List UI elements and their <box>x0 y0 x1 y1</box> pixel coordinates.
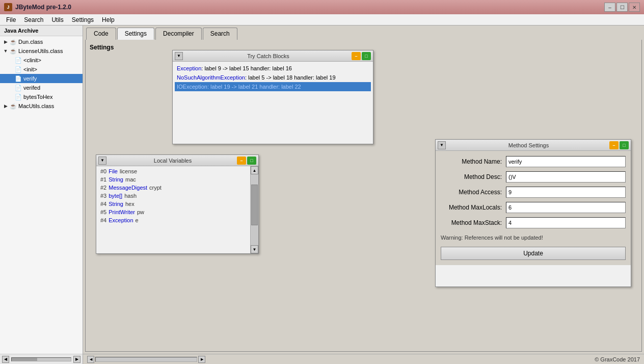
tree-view: ▶ ☕ Dun.class ▼ ☕ LicenseUtils.class 📄 <… <box>0 36 83 354</box>
minimize-button[interactable]: – <box>604 3 615 12</box>
status-scroll-right-btn[interactable]: ▶ <box>198 356 205 363</box>
menu-settings[interactable]: Settings <box>68 15 98 24</box>
var-item-2[interactable]: #2 MessageDigest crypt <box>98 184 256 192</box>
sidebar-item-macutils[interactable]: ▶ ☕ MacUtils.class <box>0 101 83 111</box>
menu-file[interactable]: File <box>2 15 20 24</box>
menu-search[interactable]: Search <box>20 15 47 24</box>
var-item-3[interactable]: #3 byte[] hash <box>98 192 256 200</box>
tab-bar: Code Settings Decompiler Search <box>83 25 644 40</box>
sidebar-scrollbar: ◀ ▶ <box>0 354 83 364</box>
field-row-method-access: Method Access: <box>441 187 626 198</box>
menu-bar: File Search Utils Settings Help <box>0 14 644 25</box>
try-catch-max-btn[interactable]: □ <box>362 52 371 60</box>
status-scroll-left-btn[interactable]: ◀ <box>87 356 94 363</box>
var-item-1[interactable]: #1 String mac <box>98 175 256 184</box>
local-vars-title: Local Variables <box>109 158 237 164</box>
menu-help[interactable]: Help <box>98 15 119 24</box>
method-maxlocals-input[interactable] <box>506 202 626 213</box>
right-panel: Code Settings Decompiler Search Settings… <box>83 25 644 364</box>
var-item-6[interactable]: #4 Exception e <box>98 216 256 224</box>
try-catch-window: ▼ Try Catch Blocks – □ Exception: label … <box>172 50 373 144</box>
status-bar: ◀ ▶ © GraxCode 2017 <box>83 354 644 364</box>
file-icon-verifed: 📄 <box>14 84 22 91</box>
method-name-label: Method Name: <box>441 158 502 165</box>
sidebar-item-verify[interactable]: 📄 verify <box>0 74 83 83</box>
tab-code[interactable]: Code <box>86 28 116 40</box>
field-row-method-desc: Method Desc: <box>441 171 626 183</box>
toggle-dun[interactable]: ▶ <box>2 38 9 45</box>
app-title: JByteMod pre-1.2.0 <box>15 4 71 11</box>
file-icon-init: 📄 <box>14 66 22 73</box>
scroll-left-btn[interactable]: ◀ <box>2 356 9 363</box>
method-settings-controls: – □ <box>609 141 629 149</box>
method-maxlocals-label: Method MaxLocals: <box>441 204 502 211</box>
var-scrollbar: ▲ ▼ <box>250 166 258 253</box>
tab-content: Settings ▼ Try Catch Blocks – □ Exceptio… <box>85 40 642 352</box>
copyright-text: © GraxCode 2017 <box>595 356 640 362</box>
method-name-input[interactable] <box>506 156 626 167</box>
label-clinit: <clinit> <box>23 57 41 63</box>
status-scroll-track[interactable] <box>95 357 197 362</box>
sidebar-item-verifed[interactable]: 📄 verifed <box>0 83 83 92</box>
try-catch-item-1[interactable]: NoSuchAlgorithmException: label 5 -> lab… <box>175 73 371 82</box>
tab-search[interactable]: Search <box>203 28 237 40</box>
var-item-4[interactable]: #4 String hex <box>98 200 256 208</box>
sidebar-item-licenseutils[interactable]: ▼ ☕ LicenseUtils.class <box>0 46 83 56</box>
try-catch-controls: – □ <box>352 52 371 60</box>
toggle-macutils[interactable]: ▶ <box>2 102 9 110</box>
local-vars-arrow[interactable]: ▼ <box>98 157 106 165</box>
maximize-button[interactable]: ☐ <box>616 3 628 12</box>
close-button[interactable]: ✕ <box>629 3 640 12</box>
local-vars-title-bar: ▼ Local Variables – □ <box>96 155 258 166</box>
sidebar: Java Archive ▶ ☕ Dun.class ▼ ☕ LicenseUt… <box>0 25 83 364</box>
var-item-0[interactable]: #0 File license <box>98 167 256 175</box>
scroll-right-btn[interactable]: ▶ <box>73 356 81 363</box>
var-item-5[interactable]: #5 PrintWriter pw <box>98 208 256 216</box>
try-catch-title: Try Catch Blocks <box>185 53 352 59</box>
sidebar-item-init[interactable]: 📄 <init> <box>0 65 83 74</box>
local-vars-max-btn[interactable]: □ <box>247 157 256 165</box>
try-catch-arrow[interactable]: ▼ <box>175 52 183 60</box>
field-row-method-maxlocals: Method MaxLocals: <box>441 202 626 213</box>
var-scroll-track[interactable] <box>251 174 258 245</box>
label-macutils: MacUtils.class <box>18 103 54 109</box>
status-scroll: ◀ ▶ <box>87 356 595 363</box>
label-init: <init> <box>23 66 37 72</box>
title-bar-controls: – ☐ ✕ <box>604 3 640 12</box>
try-catch-min-btn[interactable]: – <box>352 52 361 60</box>
method-maxstack-label: Method MaxStack: <box>441 219 502 226</box>
method-settings-max-btn[interactable]: □ <box>620 141 629 149</box>
update-button[interactable]: Update <box>441 247 626 260</box>
var-scroll-down-btn[interactable]: ▼ <box>251 245 258 253</box>
sidebar-item-dun[interactable]: ▶ ☕ Dun.class <box>0 37 83 46</box>
scroll-track[interactable] <box>11 357 71 361</box>
var-scroll-up-btn[interactable]: ▲ <box>251 166 258 174</box>
var-scroll-thumb <box>251 185 258 225</box>
class-icon-licenseutils: ☕ <box>9 47 17 55</box>
method-access-input[interactable] <box>506 187 626 198</box>
sidebar-item-clinit[interactable]: 📄 <clinit> <box>0 56 83 65</box>
try-catch-item-0[interactable]: Exception: label 9 -> label 15 handler: … <box>175 64 371 73</box>
scroll-thumb <box>12 358 37 361</box>
method-access-label: Method Access: <box>441 189 502 196</box>
try-catch-title-bar: ▼ Try Catch Blocks – □ <box>173 50 373 62</box>
try-catch-item-2[interactable]: IOException: label 19 -> label 21 handle… <box>175 82 371 91</box>
local-vars-min-btn[interactable]: – <box>237 157 246 165</box>
title-bar-left: J JByteMod pre-1.2.0 <box>4 3 71 11</box>
tab-decompiler[interactable]: Decompiler <box>155 28 202 40</box>
sidebar-item-bytestohex[interactable]: 📄 bytesToHex <box>0 92 83 101</box>
toggle-licenseutils[interactable]: ▼ <box>2 47 9 55</box>
method-settings-min-btn[interactable]: – <box>609 141 619 149</box>
method-settings-arrow[interactable]: ▼ <box>438 141 446 149</box>
label-bytestohex: bytesToHex <box>23 94 52 100</box>
class-icon-dun: ☕ <box>9 38 17 45</box>
file-icon-clinit: 📄 <box>14 57 22 64</box>
local-vars-list: #0 File license #1 String mac #2 Message… <box>96 166 258 253</box>
tab-settings[interactable]: Settings <box>117 28 154 40</box>
label-licenseutils: LicenseUtils.class <box>18 48 63 54</box>
sidebar-title: Java Archive <box>0 25 83 36</box>
method-desc-input[interactable] <box>506 171 626 183</box>
method-maxstack-input[interactable] <box>506 217 626 228</box>
menu-utils[interactable]: Utils <box>47 15 67 24</box>
class-icon-macutils: ☕ <box>9 102 17 110</box>
